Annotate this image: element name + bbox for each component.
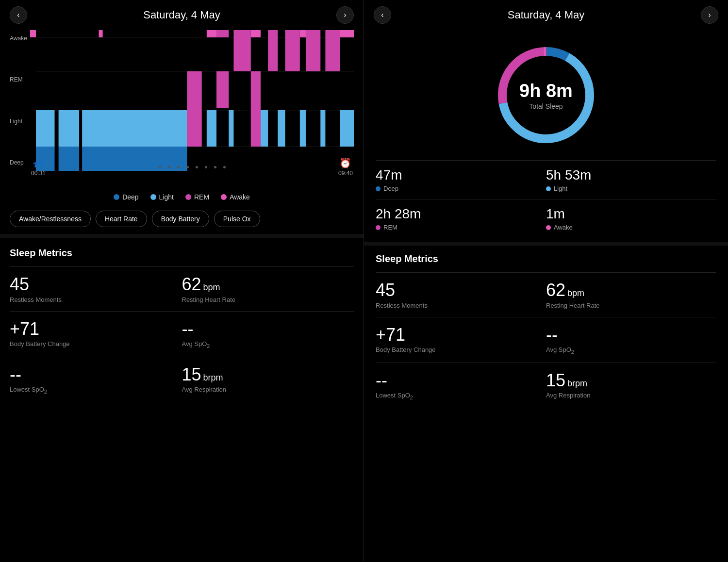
right-metric-restless: 45 Restless Moments bbox=[376, 272, 546, 317]
donut-wrapper: 9h 8m Total Sleep bbox=[493, 42, 599, 149]
metric-avg-respiration: 15 brpm Avg Respiration bbox=[182, 357, 354, 402]
donut-time: 9h 8m bbox=[519, 81, 573, 101]
right-metric-avg-spo2-value: -- bbox=[546, 325, 711, 345]
breakdown-deep: 47m Deep bbox=[376, 160, 546, 199]
breakdown-light-value: 5h 53m bbox=[546, 167, 716, 183]
right-metric-body-battery: +71 Body Battery Change bbox=[376, 317, 546, 363]
right-metric-lowest-spo2-value: -- bbox=[376, 371, 540, 390]
chart-label-light: Light bbox=[10, 118, 27, 125]
left-prev-button[interactable]: ‹ bbox=[10, 6, 27, 24]
svg-rect-19 bbox=[233, 30, 250, 71]
dot-7 bbox=[214, 166, 216, 168]
right-divider bbox=[364, 242, 728, 246]
right-metric-avg-resp-value: 15 brpm bbox=[546, 371, 711, 390]
right-metric-resting-hr: 62 bpm Resting Heart Rate bbox=[546, 272, 716, 317]
svg-rect-15 bbox=[216, 71, 229, 108]
timeline-start-time: 00:31 bbox=[31, 170, 46, 177]
metric-restless-value: 45 bbox=[10, 275, 176, 294]
breakdown-light: 5h 53m Light bbox=[546, 160, 716, 199]
svg-rect-29 bbox=[306, 30, 320, 71]
sleep-breakdown: 47m Deep 5h 53m Light 2h 28m REM 1m bbox=[364, 156, 728, 238]
timeline-dots bbox=[159, 166, 226, 168]
svg-rect-16 bbox=[216, 30, 229, 37]
filter-body-battery[interactable]: Body Battery bbox=[152, 211, 209, 227]
right-chevron-left-icon: ‹ bbox=[381, 11, 383, 19]
metric-lowest-spo2: -- Lowest SpO2 bbox=[10, 357, 182, 402]
metric-body-battery-label: Body Battery Change bbox=[10, 340, 176, 347]
metric-avg-spo2-value: -- bbox=[182, 319, 348, 339]
right-metric-resting-hr-value: 62 bpm bbox=[546, 281, 711, 300]
right-metric-resting-hr-label: Resting Heart Rate bbox=[546, 302, 711, 309]
right-metric-restless-label: Restless Moments bbox=[376, 302, 540, 309]
timeline-start: 💤 00:31 bbox=[31, 157, 46, 177]
right-panel: ‹ Saturday, 4 May › bbox=[364, 0, 728, 562]
metric-body-battery: +71 Body Battery Change bbox=[10, 311, 182, 357]
left-panel: ‹ Saturday, 4 May › Awake REM Light Deep bbox=[0, 0, 364, 562]
legend-deep: Deep bbox=[114, 193, 138, 201]
legend-light: Light bbox=[150, 193, 174, 201]
right-chevron-right-icon: › bbox=[708, 11, 711, 19]
left-header: ‹ Saturday, 4 May › bbox=[0, 0, 364, 30]
metric-body-battery-value: +71 bbox=[10, 319, 176, 339]
sleep-chart-svg bbox=[30, 30, 354, 171]
metric-restless-label: Restless Moments bbox=[10, 296, 176, 303]
filter-pulse-ox[interactable]: Pulse Ox bbox=[214, 211, 260, 227]
svg-rect-30 bbox=[320, 110, 325, 147]
rem-stage-label: REM bbox=[383, 224, 397, 231]
metric-resting-hr-label: Resting Heart Rate bbox=[182, 296, 348, 303]
dot-2 bbox=[168, 166, 170, 168]
svg-rect-34 bbox=[251, 30, 261, 37]
svg-rect-24 bbox=[268, 30, 278, 71]
filter-heart-rate[interactable]: Heart Rate bbox=[96, 211, 147, 227]
awake-stage-label: Awake bbox=[554, 224, 573, 231]
dot-4 bbox=[186, 166, 189, 168]
timeline: 💤 00:31 ⏰ 09:40 bbox=[30, 157, 354, 177]
breakdown-awake-value: 1m bbox=[546, 206, 716, 222]
svg-rect-36 bbox=[340, 30, 354, 37]
dot-1 bbox=[159, 166, 161, 168]
dot-6 bbox=[205, 166, 207, 168]
svg-rect-6 bbox=[30, 30, 36, 171]
svg-rect-33 bbox=[207, 30, 216, 37]
donut-chart-container: 9h 8m Total Sleep bbox=[364, 30, 728, 156]
legend-light-label: Light bbox=[159, 193, 174, 201]
filter-buttons: Awake/Restlessness Heart Rate Body Batte… bbox=[0, 207, 364, 234]
right-metric-avg-spo2: -- Avg SpO2 bbox=[546, 317, 716, 363]
svg-rect-20 bbox=[233, 71, 250, 110]
awake-stage-dot bbox=[546, 225, 551, 230]
legend-light-dot bbox=[150, 194, 156, 200]
right-metric-avg-resp: 15 brpm Avg Respiration bbox=[546, 363, 716, 408]
right-next-button[interactable]: › bbox=[701, 6, 718, 24]
breakdown-rem: 2h 28m REM bbox=[376, 199, 546, 238]
dot-8 bbox=[223, 166, 226, 168]
right-metrics-title: Sleep Metrics bbox=[376, 246, 716, 264]
breakdown-rem-value: 2h 28m bbox=[376, 206, 546, 222]
right-metric-body-battery-value: +71 bbox=[376, 325, 540, 345]
timeline-end: ⏰ 09:40 bbox=[338, 157, 353, 177]
svg-rect-25 bbox=[278, 110, 285, 147]
filter-awake-restlessness[interactable]: Awake/Restlessness bbox=[10, 211, 91, 227]
right-metric-lowest-spo2: -- Lowest SpO2 bbox=[376, 363, 546, 408]
left-metrics-section: Sleep Metrics 45 Restless Moments 62 bpm… bbox=[0, 238, 364, 562]
svg-rect-17 bbox=[229, 110, 233, 147]
svg-rect-7 bbox=[30, 30, 36, 37]
wake-icon: ⏰ bbox=[339, 157, 351, 169]
dot-5 bbox=[196, 166, 198, 168]
deep-stage-dot bbox=[376, 186, 381, 191]
left-next-button[interactable]: › bbox=[336, 6, 354, 24]
right-metric-avg-spo2-label: Avg SpO2 bbox=[546, 346, 711, 355]
sleep-start-icon: 💤 bbox=[33, 157, 45, 169]
right-header: ‹ Saturday, 4 May › bbox=[364, 0, 728, 30]
rem-stage-dot bbox=[376, 225, 381, 230]
breakdown-light-stage: Light bbox=[546, 185, 716, 192]
breakdown-deep-value: 47m bbox=[376, 167, 546, 183]
sleep-chart-container: Awake REM Light Deep bbox=[0, 30, 364, 185]
svg-rect-8 bbox=[36, 110, 187, 147]
left-divider bbox=[0, 234, 364, 238]
svg-rect-21 bbox=[251, 71, 261, 147]
legend-rem: REM bbox=[185, 193, 209, 201]
legend-deep-label: Deep bbox=[122, 193, 138, 201]
svg-rect-13 bbox=[187, 71, 201, 147]
metric-restless-moments: 45 Restless Moments bbox=[10, 266, 182, 311]
right-prev-button[interactable]: ‹ bbox=[374, 6, 391, 24]
